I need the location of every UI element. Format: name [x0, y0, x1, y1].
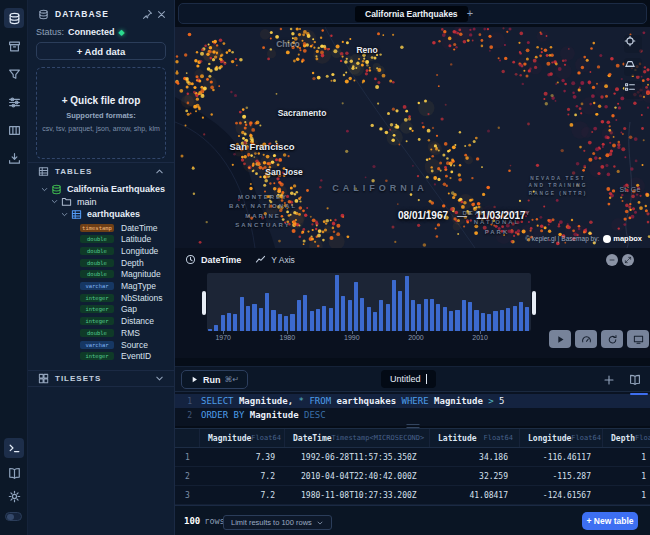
preferences-icon[interactable] [4, 486, 24, 506]
chevron-up-icon[interactable] [152, 164, 166, 178]
column-header[interactable]: MagnitudeFloat64 [200, 429, 285, 447]
time-field-label[interactable]: DateTime [201, 255, 241, 265]
theme-toggle[interactable] [5, 512, 22, 521]
tree-node-database[interactable]: California Earthquakes [34, 183, 172, 196]
tables-section-header[interactable]: TABLES [28, 162, 174, 179]
mapbox-logo[interactable]: mapbox [603, 234, 642, 243]
quick-drop-title: + Quick file drop [62, 95, 141, 106]
database-icon[interactable] [4, 8, 24, 28]
chevron-down-icon[interactable] [152, 372, 166, 386]
map-tab-active[interactable]: California Earthquakes [355, 6, 468, 22]
column-header[interactable]: DateTimeTimestamp<MICROSECOND> [285, 429, 430, 447]
run-query-button[interactable]: Run ⌘↵ [181, 370, 248, 389]
table-column-row[interactable]: varcharMagType [80, 280, 172, 292]
basemap-icon[interactable] [4, 120, 24, 140]
status-label: Status: [36, 27, 64, 37]
column-header[interactable]: LongitudeFloat64 [520, 429, 603, 447]
locate-icon[interactable] [624, 35, 642, 53]
export-button[interactable] [627, 330, 649, 348]
table-cell: 41.08417 [430, 486, 520, 504]
table-cell: -115.287 [520, 467, 603, 485]
folder-icon [61, 196, 72, 207]
table-row[interactable]: 37.21980-11-08T10:27:33.200Z41.08417-124… [175, 486, 650, 505]
city-label: Chico [276, 39, 300, 49]
brush-handle-right[interactable] [532, 291, 536, 315]
tables-icon [36, 164, 50, 178]
table-column-row[interactable]: doubleRMS [80, 327, 172, 339]
reset-button[interactable] [601, 330, 623, 348]
map-canvas[interactable]: ChicoRenoSacramentoSan FranciscoSan Jose… [175, 27, 650, 248]
app-root: DATABASE Status: Connected ◆ + Add data … [0, 0, 650, 535]
docs-icon[interactable] [4, 463, 24, 483]
table-row[interactable]: 17.391992-06-28T11:57:35.350Z34.186-116.… [175, 448, 650, 467]
query-tab-untitled[interactable]: Untitled [381, 370, 436, 388]
database-sidebar: DATABASE Status: Connected ◆ + Add data … [28, 0, 175, 535]
histogram-bar [360, 298, 364, 331]
table-row[interactable]: 27.22010-04-04T22:40:42.000Z32.259-115.2… [175, 467, 650, 486]
legend-icon[interactable] [624, 81, 642, 99]
maximize-button[interactable] [622, 254, 634, 266]
region-label: NEVADA TESTAND TRAININGRANGE (NTTR) [529, 175, 588, 197]
column-header[interactable]: LatitudeFloat64 [430, 429, 520, 447]
table-column-row[interactable]: timestampDateTime [80, 222, 172, 234]
table-column-row[interactable]: varcharSource [80, 339, 172, 351]
sql-editor[interactable]: 1SELECT Magnitude, * FROM earthquakes WH… [175, 392, 650, 426]
histogram-bar [455, 310, 459, 331]
y-axis-selector[interactable]: Y Axis [271, 255, 294, 265]
histogram-bar [271, 310, 275, 331]
docs-panel-icon[interactable] [627, 372, 642, 387]
limit-results-dropdown[interactable]: Limit results to 100 rows [223, 515, 332, 530]
pin-panel-icon[interactable] [140, 7, 154, 21]
toggle-3d-icon[interactable] [624, 58, 642, 76]
quick-file-drop-zone[interactable]: + Quick file drop Supported formats: csv… [36, 67, 166, 159]
chevron-down-icon[interactable] [50, 197, 59, 206]
sql-line[interactable]: 1SELECT Magnitude, * FROM earthquakes WH… [175, 394, 650, 408]
editor-scrollbar[interactable] [630, 393, 648, 395]
speed-button[interactable] [575, 330, 597, 348]
table-column-row[interactable]: integerEventID [80, 350, 172, 362]
time-filter-panel: DateTime Y Axis 19701980199020002010 [175, 248, 650, 358]
filter-icon[interactable] [4, 64, 24, 84]
new-query-tab-button[interactable] [601, 372, 616, 387]
layers-icon[interactable] [4, 36, 24, 56]
map-tab-strip: California Earthquakes + [178, 3, 647, 24]
histogram-bar [468, 302, 472, 331]
table-node-icon [71, 209, 82, 220]
row-number: 2 [175, 467, 200, 485]
connected-diamond-icon: ◆ [119, 28, 125, 37]
histogram-bar [405, 276, 409, 331]
close-panel-icon[interactable] [154, 7, 168, 21]
line-number: 1 [175, 397, 201, 406]
sql-line[interactable]: 2ORDER BY Magnitude DESC [175, 408, 650, 422]
table-column-row[interactable]: doubleLongitude [80, 245, 172, 257]
tree-node-table[interactable]: earthquakes [34, 208, 172, 221]
add-tab-button[interactable]: + [463, 5, 477, 21]
terminal-icon[interactable] [4, 438, 24, 458]
table-column-row[interactable]: doubleLatitude [80, 233, 172, 245]
table-column-row[interactable]: integerDistance [80, 315, 172, 327]
time-tick-label: 1990 [344, 334, 360, 341]
tables-section-label: TABLES [55, 167, 92, 176]
sidebar-title: DATABASE [55, 9, 109, 19]
chevron-down-icon[interactable] [60, 210, 69, 219]
settings-icon[interactable] [4, 92, 24, 112]
add-data-button[interactable]: + Add data [36, 42, 166, 60]
time-histogram[interactable] [207, 273, 531, 331]
export-icon[interactable] [4, 148, 24, 168]
database-node-icon [51, 184, 62, 195]
new-table-button[interactable]: + New table [582, 512, 638, 530]
brush-handle-left[interactable] [202, 291, 206, 315]
play-button[interactable] [549, 330, 571, 348]
table-column-row[interactable]: doubleMagnitude [80, 269, 172, 281]
table-column-row[interactable]: doubleDepth [80, 257, 172, 269]
chevron-down-icon[interactable] [40, 185, 49, 194]
table-column-row[interactable]: integerGap [80, 304, 172, 316]
sidebar-header: DATABASE [36, 6, 168, 22]
table-column-row[interactable]: integerNbStations [80, 292, 172, 304]
column-header[interactable]: DepthFloat64 [603, 429, 650, 447]
tilesets-section-header[interactable]: TILESETS [28, 370, 174, 387]
tree-node-schema[interactable]: main [34, 196, 172, 209]
column-name: NbStations [121, 293, 163, 303]
line-chart-icon [255, 254, 266, 265]
minimize-button[interactable] [606, 254, 618, 266]
